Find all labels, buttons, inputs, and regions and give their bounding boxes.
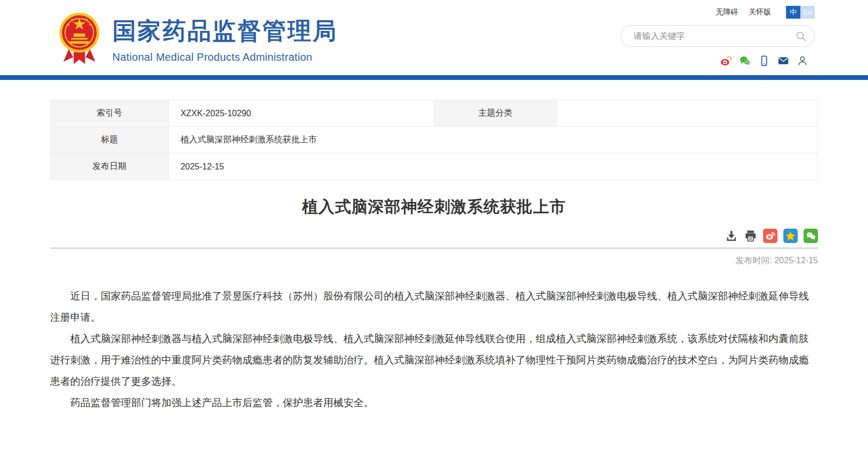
publish-time-value: 2025-12-15 bbox=[774, 256, 818, 265]
table-row: 索引号 XZXK-2025-10290 主题分类 bbox=[51, 100, 818, 127]
article-body: 近日，国家药品监督管理局批准了景昱医疗科技（苏州）股份有限公司的植入式脑深部神经… bbox=[50, 286, 818, 414]
document-meta-table: 索引号 XZXK-2025-10290 主题分类 标题 植入式脑深部神经刺激系统… bbox=[50, 100, 818, 180]
lang-tab-english[interactable]: En bbox=[800, 6, 815, 19]
weibo-icon[interactable] bbox=[720, 55, 732, 67]
accessibility-link[interactable]: 无障碍 bbox=[716, 7, 738, 17]
article-paragraph-1: 近日，国家药品监督管理局批准了景昱医疗科技（苏州）股份有限公司的植入式脑深部神经… bbox=[50, 286, 818, 328]
care-mode-link[interactable]: 关怀版 bbox=[749, 7, 771, 17]
share-weibo-icon[interactable] bbox=[763, 229, 777, 243]
site-header: 国家药品监督管理局 National Medical Products Admi… bbox=[0, 0, 868, 75]
meta-value-publish-date: 2025-12-15 bbox=[168, 153, 817, 180]
site-title-en: National Medical Products Administration bbox=[112, 51, 338, 63]
meta-label-title: 标题 bbox=[51, 127, 169, 153]
download-icon[interactable] bbox=[725, 229, 738, 242]
social-links bbox=[720, 55, 808, 67]
publish-time: 发布时间: 2025-12-15 bbox=[50, 255, 818, 266]
search-input[interactable] bbox=[633, 31, 795, 42]
share-qzone-icon[interactable] bbox=[783, 229, 798, 243]
header-divider-bar bbox=[0, 75, 868, 80]
article-toolbar bbox=[50, 229, 818, 243]
mobile-icon[interactable] bbox=[758, 55, 770, 67]
content-area: 索引号 XZXK-2025-10290 主题分类 标题 植入式脑深部神经刺激系统… bbox=[50, 100, 818, 414]
language-toggle: 中 En bbox=[786, 6, 815, 19]
search-icon[interactable] bbox=[795, 30, 807, 42]
email-icon[interactable] bbox=[777, 55, 789, 67]
print-icon[interactable] bbox=[744, 229, 757, 242]
header-right: 无障碍 关怀版 中 En bbox=[620, 0, 815, 75]
meta-value-title: 植入式脑深部神经刺激系统获批上市 bbox=[168, 127, 817, 153]
divider bbox=[50, 248, 818, 248]
table-row: 标题 植入式脑深部神经刺激系统获批上市 bbox=[51, 127, 818, 153]
top-links: 无障碍 关怀版 中 En bbox=[705, 6, 815, 19]
article-title: 植入式脑深部神经刺激系统获批上市 bbox=[50, 196, 818, 218]
meta-value-index-number: XZXK-2025-10290 bbox=[168, 100, 434, 127]
user-icon[interactable] bbox=[797, 55, 808, 67]
wechat-icon[interactable] bbox=[739, 55, 751, 67]
site-title-cn: 国家药品监督管理局 bbox=[112, 15, 338, 47]
page: 国家药品监督管理局 National Medical Products Admi… bbox=[0, 0, 868, 453]
table-row: 发布日期 2025-12-15 bbox=[51, 153, 818, 180]
lang-tab-chinese[interactable]: 中 bbox=[786, 6, 800, 19]
share-wechat-icon[interactable] bbox=[804, 229, 818, 243]
search-box bbox=[620, 25, 815, 47]
site-logo[interactable]: 国家药品监督管理局 National Medical Products Admi… bbox=[55, 3, 338, 75]
meta-label-publish-date: 发布日期 bbox=[51, 153, 169, 180]
article-paragraph-2: 植入式脑深部神经刺激器与植入式脑深部神经刺激电极导线、植入式脑深部神经刺激延伸导… bbox=[50, 328, 818, 392]
national-emblem-icon bbox=[55, 11, 104, 68]
article-paragraph-3: 药品监督管理部门将加强上述产品上市后监管，保护患者用械安全。 bbox=[50, 392, 818, 414]
meta-label-topic-category: 主题分类 bbox=[434, 100, 557, 127]
meta-label-index-number: 索引号 bbox=[51, 100, 169, 127]
publish-time-label: 发布时间: bbox=[735, 256, 772, 265]
meta-value-topic-category bbox=[557, 100, 818, 127]
